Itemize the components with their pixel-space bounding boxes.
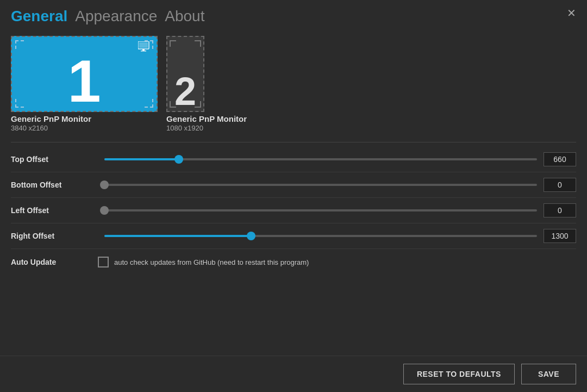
close-button[interactable]: ✕ (567, 8, 576, 18)
monitors-row: 1 Generic PnP Monitor 3840 x2160 (11, 36, 576, 132)
left-offset-value[interactable] (544, 203, 576, 217)
svg-rect-1 (139, 42, 148, 48)
checkbox-area: auto check updates from GitHub (need to … (98, 257, 309, 267)
auto-update-row: Auto Update auto check updates from GitH… (11, 249, 576, 275)
main-content: 1 Generic PnP Monitor 3840 x2160 (0, 30, 587, 286)
left-offset-slider-container (104, 205, 537, 216)
tab-general[interactable]: General (11, 8, 67, 25)
monitor-1-number: 1 (67, 51, 101, 111)
top-offset-value[interactable] (544, 152, 576, 166)
left-offset-row: Left Offset (11, 198, 576, 223)
reset-button[interactable]: RESET TO DEFAULTS (403, 364, 515, 384)
monitor-1[interactable]: 1 Generic PnP Monitor 3840 x2160 (11, 36, 158, 132)
top-offset-row: Top Offset (11, 147, 576, 172)
sliders-section: Top Offset Bottom Offset (11, 142, 576, 249)
left-offset-label: Left Offset (11, 206, 98, 215)
monitor-1-resolution: 3840 x2160 (11, 124, 158, 132)
auto-update-label: Auto Update (11, 258, 98, 266)
monitor-2-number: 2 (174, 72, 196, 111)
bottom-offset-value[interactable] (544, 178, 576, 192)
svg-rect-2 (142, 49, 145, 51)
tab-about[interactable]: About (165, 8, 204, 25)
monitor-2-label: Generic PnP Monitor (166, 114, 247, 123)
monitor-2[interactable]: 2 Generic PnP Monitor 1080 x1920 (166, 36, 247, 132)
monitor-1-icon (138, 41, 150, 54)
tab-appearance[interactable]: Appearance (75, 8, 157, 25)
bottom-offset-label: Bottom Offset (11, 181, 98, 189)
title-bar: General Appearance About ✕ (0, 0, 587, 30)
right-offset-row: Right Offset (11, 223, 576, 249)
save-button[interactable]: SAVE (521, 364, 576, 384)
right-offset-slider-container (104, 231, 537, 241)
right-offset-label: Right Offset (11, 232, 98, 240)
tab-group: General Appearance About (11, 8, 204, 25)
right-offset-value[interactable] (544, 229, 576, 243)
auto-update-description: auto check updates from GitHub (need to … (114, 258, 309, 266)
bottom-offset-row: Bottom Offset (11, 172, 576, 198)
monitor-2-resolution: 1080 x1920 (166, 124, 247, 132)
bottom-bar: RESET TO DEFAULTS SAVE (0, 356, 587, 392)
svg-rect-3 (141, 51, 146, 52)
top-offset-slider-container (104, 154, 537, 165)
top-offset-label: Top Offset (11, 155, 98, 164)
bottom-offset-slider-container (104, 179, 537, 190)
monitor-1-label: Generic PnP Monitor (11, 114, 158, 123)
auto-update-checkbox[interactable] (98, 257, 109, 267)
